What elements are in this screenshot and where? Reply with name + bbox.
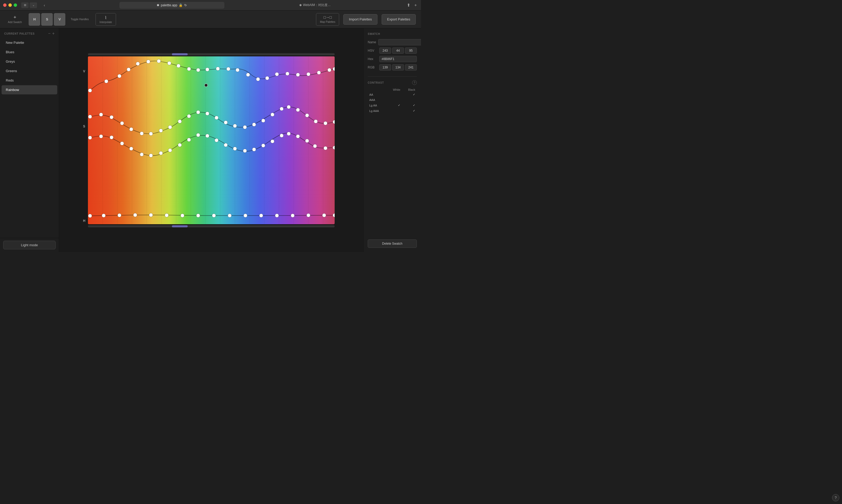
share-btn[interactable]: ⬆ <box>406 2 411 8</box>
svg-point-65 <box>296 108 300 112</box>
palette-item-blues[interactable]: Blues <box>2 48 57 57</box>
svg-point-24 <box>157 59 161 63</box>
bottom-scrollbar[interactable] <box>88 225 334 227</box>
svg-point-76 <box>149 154 153 157</box>
swatch-rgb-r[interactable]: 139 <box>379 64 391 71</box>
svg-point-30 <box>216 67 220 71</box>
top-scrollbar-thumb[interactable] <box>172 53 188 55</box>
add-swatch-button[interactable]: + Add Swatch <box>5 13 24 26</box>
webaim-tab[interactable]: ✱ WebAIM：对比度… <box>296 3 334 7</box>
palette-item-rainbow[interactable]: Rainbow <box>2 85 57 94</box>
svg-point-87 <box>252 148 256 151</box>
tab-expand-btn[interactable]: ⌄ <box>30 2 37 8</box>
contrast-aaa-black <box>402 97 417 103</box>
swatch-hex-label: Hex <box>368 57 377 61</box>
svg-point-91 <box>287 132 291 136</box>
svg-point-79 <box>178 143 182 147</box>
address-bar[interactable]: ✱ palettte.app 🔒 ↻ <box>119 2 224 8</box>
rainbow-gradient <box>88 56 334 224</box>
palette-list: New Palette Blues Greys Greens Reds Rain… <box>0 38 59 238</box>
swatch-section-title: SWATCH <box>368 33 417 35</box>
contrast-header: CONTRAST ? <box>368 80 417 85</box>
contrast-table: White Black AA ✓ AAA Lg AA ✓ <box>368 88 417 113</box>
map-palettes-button[interactable]: □→□ Map Palettes <box>316 13 339 26</box>
import-palettes-button[interactable]: Import Palettes <box>343 14 377 25</box>
swatch-rgb-g[interactable]: 134 <box>392 64 404 71</box>
svg-point-21 <box>127 68 131 71</box>
svg-point-59 <box>243 125 247 129</box>
light-mode-button[interactable]: Light mode <box>3 241 56 249</box>
swatch-name-input[interactable] <box>378 39 421 46</box>
main-layout: CURRENT PALETTES − + New Palette Blues G… <box>0 28 421 252</box>
swatch-hsv-label: HSV <box>368 49 377 52</box>
window-controls: ⊞ ⌄ <box>21 2 37 8</box>
palette-item-reds[interactable]: Reds <box>2 76 57 85</box>
palette-canvas[interactable]: V S H <box>88 56 334 224</box>
svg-point-18 <box>88 89 92 92</box>
sidebar-section-title: CURRENT PALETTES <box>4 32 35 35</box>
svg-point-44 <box>99 113 103 116</box>
svg-point-110 <box>291 214 294 217</box>
svg-point-19 <box>104 79 108 83</box>
svg-point-82 <box>206 134 209 138</box>
svg-point-77 <box>159 151 163 155</box>
svg-point-64 <box>287 105 291 109</box>
canvas-area[interactable]: V S H <box>59 28 363 252</box>
toggle-s-button[interactable]: S <box>41 13 53 26</box>
contrast-lgaa-black: ✓ <box>402 103 417 108</box>
interpolate-button[interactable]: ⌇ Interpolate <box>96 13 116 26</box>
svg-point-99 <box>118 213 121 217</box>
svg-point-86 <box>243 149 247 152</box>
toggle-h-button[interactable]: H <box>29 13 40 26</box>
svg-point-25 <box>168 61 171 65</box>
add-palette-button[interactable]: + <box>52 32 55 36</box>
swatch-hex-value[interactable]: #8B86F1 <box>379 56 417 62</box>
svg-point-100 <box>133 213 137 217</box>
minimize-traffic-light[interactable] <box>8 3 12 7</box>
new-tab-btn[interactable]: + <box>413 2 418 8</box>
interpolate-label: Interpolate <box>100 21 112 23</box>
svg-point-67 <box>314 120 317 123</box>
swatch-rgb-b[interactable]: 241 <box>405 64 417 71</box>
svg-point-112 <box>322 213 326 217</box>
swatch-hsv-h[interactable]: 243 <box>379 48 391 54</box>
palette-item-new[interactable]: New Palette <box>2 38 57 47</box>
svg-point-22 <box>136 62 140 66</box>
contrast-aa-label: AA <box>368 92 386 97</box>
svg-point-45 <box>110 115 114 119</box>
export-palettes-button[interactable]: Export Palettes <box>382 14 416 25</box>
svg-point-97 <box>88 214 92 218</box>
swatch-hsv-s[interactable]: 44 <box>392 48 404 54</box>
palette-item-greens[interactable]: Greens <box>2 66 57 75</box>
sidebar-toggle-btn[interactable]: ⊞ <box>21 2 29 8</box>
axis-h-label: H <box>83 219 86 223</box>
remove-palette-button[interactable]: − <box>48 32 50 36</box>
contrast-lgaa-label: Lg AA <box>368 103 386 108</box>
svg-point-55 <box>206 112 209 115</box>
back-btn[interactable]: ‹ <box>41 2 48 8</box>
top-scrollbar[interactable] <box>88 53 334 55</box>
swatch-hsv-triple: 243 44 95 <box>379 48 417 54</box>
palette-item-greys[interactable]: Greys <box>2 57 57 66</box>
contrast-help-button[interactable]: ? <box>412 80 417 85</box>
svg-point-109 <box>275 214 279 217</box>
svg-point-36 <box>275 72 279 76</box>
svg-point-114 <box>204 84 208 87</box>
swatch-hsv-v[interactable]: 95 <box>405 48 417 54</box>
add-swatch-label: Add Swatch <box>8 21 22 23</box>
svg-point-41 <box>328 68 331 72</box>
close-traffic-light[interactable] <box>3 3 6 7</box>
contrast-lgaa-white: ✓ <box>386 103 402 108</box>
toolbar: + Add Swatch H S V Toggle Handles ⌇ Inte… <box>0 11 421 28</box>
delete-swatch-button[interactable]: Delete Swatch <box>368 239 417 248</box>
svg-point-46 <box>120 121 124 125</box>
maximize-traffic-light[interactable] <box>14 3 17 7</box>
bottom-scrollbar-thumb[interactable] <box>172 225 188 227</box>
swatch-hex-row: Hex #8B86F1 <box>368 56 417 62</box>
contrast-col-label <box>368 88 386 92</box>
svg-point-101 <box>149 213 153 217</box>
sidebar-footer: Light mode <box>0 238 59 252</box>
toggle-v-button[interactable]: V <box>54 13 65 26</box>
contrast-row-lgaa: Lg AA ✓ ✓ <box>368 103 417 108</box>
contrast-row-aaa: AAA <box>368 97 417 103</box>
